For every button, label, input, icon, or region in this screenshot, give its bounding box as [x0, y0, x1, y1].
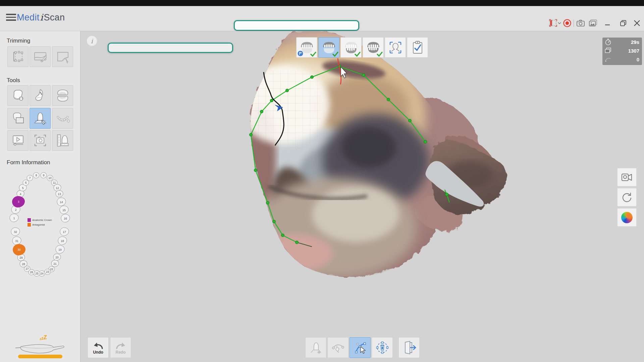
gauge-arc-icon [604, 56, 612, 63]
tool-arch-delete-button[interactable] [52, 108, 73, 129]
tool-overlay-compare-button[interactable] [7, 108, 29, 129]
tooth-32[interactable]: 32 [11, 228, 20, 236]
tooth-30[interactable]: 30 [13, 244, 25, 255]
tooth-overlay-icon [11, 111, 25, 126]
trim-control-point[interactable] [266, 201, 269, 204]
trim-control-point[interactable] [362, 74, 365, 77]
form-section-title: Form Information [7, 159, 50, 166]
redo-button[interactable]: Redo [110, 337, 131, 358]
curve-select-tool-button[interactable] [350, 337, 371, 358]
tooth-16[interactable]: 16 [61, 214, 70, 223]
tool-bite-check-button[interactable] [30, 85, 51, 106]
scanner-status-bar [18, 355, 62, 358]
tooth-17[interactable]: 17 [60, 228, 69, 236]
trim-control-point[interactable] [424, 140, 427, 143]
stage-toolbar [296, 37, 428, 58]
trim-control-point[interactable] [311, 76, 314, 79]
redo-label: Redo [116, 350, 126, 355]
trim-control-point[interactable] [286, 89, 289, 92]
tooth-14[interactable]: 14 [57, 198, 66, 206]
tooth-1[interactable]: 1 [10, 214, 19, 222]
screenshot-camera-icon[interactable] [576, 19, 585, 27]
view-colormap-button[interactable] [617, 208, 637, 227]
replay-video-icon [11, 133, 25, 148]
capture-dropdown-icon[interactable] [557, 19, 561, 27]
trim-control-point[interactable] [250, 133, 253, 136]
legend-item-antagonist: Antagonist [28, 223, 52, 227]
trim-area-button[interactable] [52, 46, 73, 67]
tool-replay-button[interactable] [7, 130, 29, 151]
view-record-button[interactable] [617, 168, 637, 186]
stat-scan-time: 29s [602, 38, 642, 46]
tooth-13[interactable]: 13 [56, 190, 63, 197]
stage-info-field[interactable] [108, 43, 233, 53]
minimize-icon[interactable] [603, 19, 612, 27]
stage-preop-button[interactable] [296, 37, 317, 58]
curve-pen-tool-button[interactable] [327, 337, 348, 358]
gallery-image-icon[interactable] [589, 19, 597, 27]
stage-form-check-button[interactable] [407, 37, 428, 58]
stage-face-scan-button[interactable] [385, 37, 406, 58]
stage-mandible-button[interactable] [340, 37, 362, 58]
tool-measure-button[interactable] [52, 130, 73, 151]
exit-trimming-button[interactable] [398, 337, 420, 358]
curve-select-cursor-icon [353, 341, 367, 355]
tooth-7[interactable]: 7 [27, 175, 33, 181]
freeform-surface-pen-icon [33, 50, 48, 64]
stage-occlusion-button[interactable] [363, 37, 384, 58]
tooth-9[interactable]: 9 [41, 172, 47, 178]
undo-label: Undo [93, 350, 103, 355]
margin-line-tool-button[interactable] [305, 337, 326, 358]
curve-delete-tool-button[interactable] [372, 337, 393, 358]
check-icon [332, 52, 338, 57]
stat-rescan-count: 0 [602, 55, 642, 64]
scan-mesh-base [225, 31, 507, 278]
tooth-15[interactable]: 15 [60, 206, 69, 214]
tool-lock-scan-button[interactable] [7, 85, 29, 106]
tooth-18[interactable]: 18 [58, 237, 67, 245]
legend-swatch [28, 218, 31, 222]
record-icon[interactable] [563, 19, 572, 27]
undo-button[interactable]: Undo [88, 337, 109, 358]
trim-control-point[interactable] [387, 98, 390, 101]
close-icon[interactable] [633, 19, 641, 27]
tool-denture-articulation-button[interactable] [52, 85, 73, 106]
patient-info-field[interactable] [234, 20, 359, 31]
view-reset-button[interactable] [617, 188, 637, 206]
trim-control-point[interactable] [254, 169, 257, 172]
trim-control-point[interactable] [409, 119, 412, 122]
trim-control-point[interactable] [260, 110, 263, 113]
trim-polyline-button[interactable] [7, 46, 29, 67]
trim-control-point[interactable] [270, 99, 273, 102]
restore-icon[interactable] [619, 19, 628, 27]
tool-trim-tooth-button[interactable] [30, 108, 51, 129]
trim-control-point[interactable] [445, 193, 448, 196]
crown-lock-icon [11, 88, 25, 103]
tooth-8[interactable]: 8 [33, 172, 40, 178]
trim-control-point[interactable] [296, 241, 299, 244]
delete-region-trash-icon [375, 340, 390, 355]
tooth-23[interactable]: 23 [45, 269, 51, 275]
tooth-31[interactable]: 31 [12, 237, 21, 245]
trim-freeform-button[interactable] [30, 46, 51, 67]
scan-mesh-3d-view[interactable] [80, 31, 644, 362]
check-icon [377, 52, 383, 57]
trim-control-point[interactable] [281, 234, 284, 237]
tool-snapshot-button[interactable] [30, 130, 51, 151]
sidebar: Trimming Tools [0, 31, 80, 362]
stage-maxilla-button[interactable] [318, 37, 339, 58]
check-icon [355, 52, 361, 57]
screen-capture-region-icon[interactable] [549, 19, 558, 27]
tools-section-title: Tools [7, 77, 20, 84]
alignment-grid-overlay [244, 70, 321, 149]
stat-frame-count: 1307 [602, 46, 642, 55]
trim-control-point[interactable] [273, 220, 276, 223]
info-button[interactable]: i [87, 36, 97, 46]
menu-icon[interactable] [6, 14, 16, 21]
tooth-3[interactable]: 3 [12, 196, 25, 207]
redo-icon [115, 341, 127, 350]
denture-pair-icon [55, 88, 70, 103]
tooth-19[interactable]: 19 [56, 245, 65, 254]
viewport[interactable]: i [80, 31, 644, 362]
tooth-20[interactable]: 20 [53, 254, 61, 261]
